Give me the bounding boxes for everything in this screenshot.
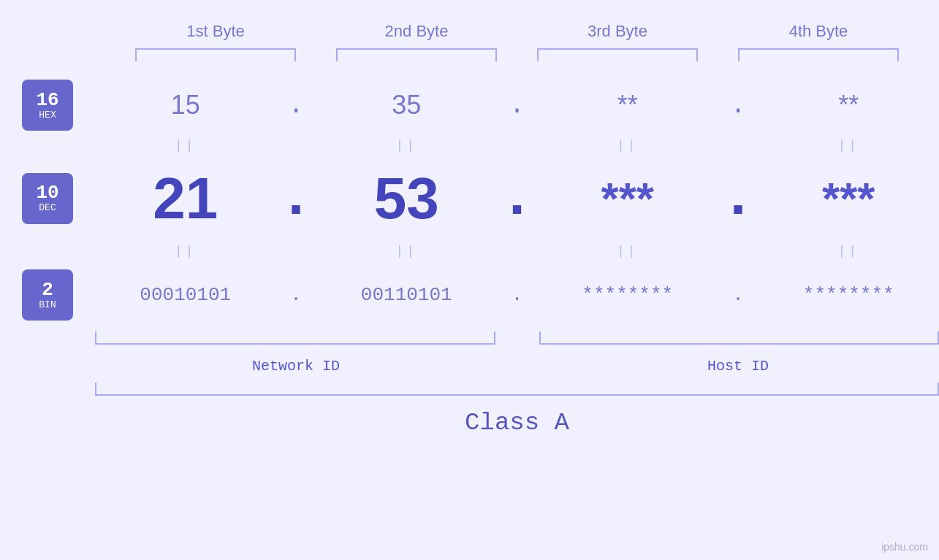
top-brackets — [115, 48, 919, 61]
dec-val-4: *** — [759, 172, 940, 224]
host-id-label: Host ID — [537, 358, 939, 375]
bin-row: 2 BIN 00010101 . 00110101 . ******** . * — [0, 262, 939, 328]
eq-b2: || — [316, 244, 498, 258]
top-bracket-2 — [316, 48, 517, 61]
host-id-bracket — [539, 331, 940, 345]
bin-val-4: ******** — [759, 284, 940, 306]
bin-val-1: 00010101 — [95, 284, 276, 306]
byte-headers: 1st Byte 2nd Byte 3rd Byte 4th Byte — [115, 22, 919, 48]
network-id-bracket — [95, 331, 495, 345]
outer-bracket-row — [0, 383, 939, 401]
top-bracket-1 — [115, 48, 316, 61]
eq-1: || — [95, 138, 276, 153]
network-id-label: Network ID — [95, 358, 497, 375]
hex-val-3: ** — [537, 90, 718, 120]
dec-dot-2: . — [497, 165, 537, 231]
class-label: Class A — [95, 409, 939, 437]
class-label-row: Class A — [0, 404, 939, 441]
hex-row: 16 HEX 15 . 35 . ** . ** — [0, 76, 939, 134]
dec-row: 10 DEC 21 . 53 . *** . *** — [0, 156, 939, 240]
eq-b4: || — [759, 244, 940, 258]
bottom-bracket-area — [0, 331, 939, 353]
watermark: ipshu.com — [881, 541, 928, 553]
main-container: 1st Byte 2nd Byte 3rd Byte 4th Byte 16 H… — [0, 0, 939, 560]
hex-val-2: 35 — [316, 90, 498, 120]
byte-header-3: 3rd Byte — [517, 22, 718, 48]
outer-bracket — [95, 383, 939, 396]
hex-dot-3: . — [718, 91, 759, 120]
divider-dec-bin: || || || || — [0, 240, 939, 262]
dec-val-3: *** — [537, 172, 718, 224]
badge-hex: 16 HEX — [22, 80, 73, 131]
hex-val-1: 15 — [95, 90, 276, 120]
id-labels-row: Network ID Host ID — [0, 353, 939, 379]
badge-bin: 2 BIN — [22, 269, 73, 321]
bin-dot-1: . — [276, 284, 316, 306]
bin-val-3: ******** — [537, 284, 718, 306]
eq-b3: || — [537, 244, 718, 258]
top-bracket-4 — [718, 48, 919, 61]
bin-dot-2: . — [497, 284, 537, 306]
hex-dot-2: . — [497, 91, 537, 120]
bin-dot-3: . — [718, 284, 759, 306]
bin-val-2: 00110101 — [316, 284, 498, 306]
byte-header-1: 1st Byte — [115, 22, 316, 48]
eq-2: || — [316, 138, 498, 153]
divider-hex-dec: || || || || — [0, 134, 939, 156]
hex-val-4: ** — [759, 90, 940, 120]
byte-header-2: 2nd Byte — [316, 22, 517, 48]
eq-4: || — [759, 138, 940, 153]
eq-b1: || — [95, 244, 276, 258]
eq-3: || — [537, 138, 718, 153]
top-bracket-3 — [517, 48, 718, 61]
dec-dot-1: . — [276, 165, 316, 231]
byte-header-4: 4th Byte — [718, 22, 919, 48]
content-area: 16 HEX 15 . 35 . ** . ** — [0, 76, 939, 441]
dec-dot-3: . — [718, 165, 759, 231]
dec-val-1: 21 — [95, 165, 276, 232]
hex-dot-1: . — [276, 91, 316, 120]
badge-dec: 10 DEC — [22, 173, 73, 224]
dec-val-2: 53 — [316, 165, 498, 232]
